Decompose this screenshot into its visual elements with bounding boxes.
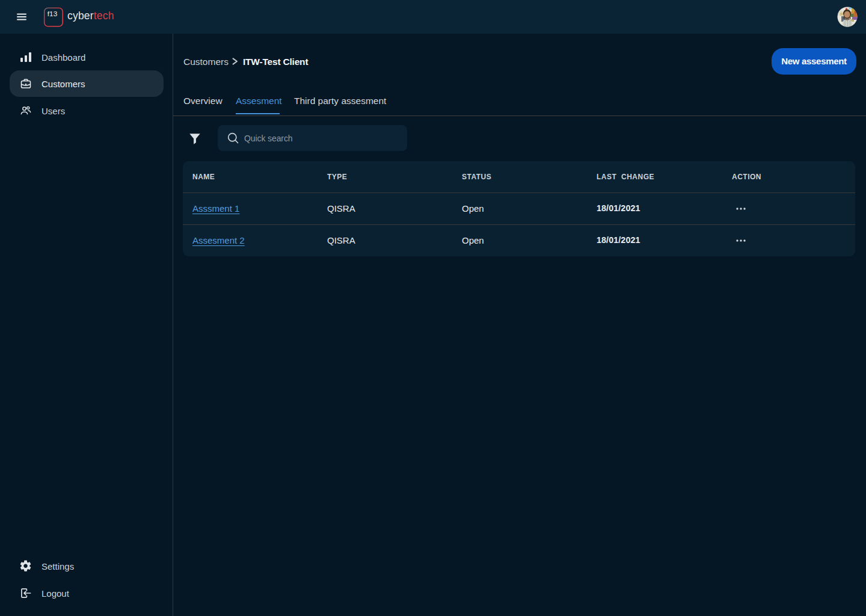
svg-text:f13: f13 (48, 10, 58, 18)
